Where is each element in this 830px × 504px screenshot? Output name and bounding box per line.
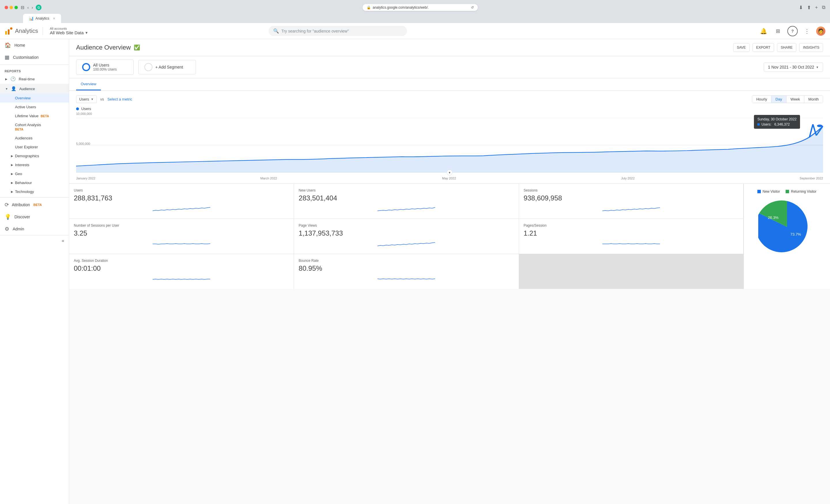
select-metric-btn[interactable]: Select a metric [107,97,132,101]
sidebar-sub-cohort[interactable]: Cohort Analysis BETA [0,121,69,134]
verified-check-icon: ✅ [134,44,140,51]
attribution-icon: ⟳ [5,202,9,208]
sidebar-sub-active-users[interactable]: Active Users [0,103,69,111]
topbar-actions: 🔔 ⊞ ? ⋮ 🧑 [759,26,825,36]
breadcrumb-all-accounts: All accounts [50,27,88,30]
main-chart-svg [76,118,823,172]
metric-sessions-label: Sessions [524,188,739,192]
date-range-picker[interactable]: 1 Nov 2021 - 30 Oct 2022 ▼ [764,63,823,72]
sidebar-collapse-interests[interactable]: ▶ Interests [0,160,69,169]
sidebar-sub-overview[interactable]: Overview [0,94,69,103]
property-dropdown-icon: ▼ [85,31,88,35]
page-header: Audience Overview ✅ SAVE EXPORT SHARE IN… [69,39,830,56]
segment1-circle [82,63,90,71]
avatar[interactable]: 🧑 [816,27,825,36]
segment1-pct: 100.00% Users [93,67,117,71]
sidebar-sub-user-explorer[interactable]: User Explorer [0,142,69,152]
sparkline-page-views [298,240,514,248]
metric-as-label: Avg. Session Duration [74,259,289,263]
sidebar-item-customisation[interactable]: ▦ Customisation [0,51,69,63]
download-icon[interactable]: ⬇ [799,5,803,11]
pie-new-pct-label: 73.7% [790,232,801,236]
chart-expand-btn[interactable]: ▼ [447,170,452,175]
grid-icon[interactable]: ⊞ [773,26,783,36]
bell-icon[interactable]: 🔔 [759,26,769,36]
chevron-geo-icon: ▶ [11,172,13,175]
address-bar[interactable]: 🔒 analytics.google.com/analytics/web/. ↺ [362,4,478,11]
svg-rect-0 [5,31,7,35]
refresh-icon[interactable]: ↺ [471,5,474,9]
legend-dot-users [76,107,79,110]
sparkline-users [74,204,289,213]
sidebar-sub-audiences[interactable]: Audiences [0,134,69,142]
time-btn-week[interactable]: Week [787,96,804,103]
metric-card-new-users: New Users 283,501,404 [294,184,518,219]
sidebar-collapse-technology[interactable]: ▶ Technology [0,187,69,196]
tooltip-metric-value: 6,346,372 [774,123,790,127]
svg-point-6 [817,125,823,127]
help-icon[interactable]: ? [787,26,798,36]
tab-favicon: 📊 [29,16,34,21]
sidebar-collapse-geo[interactable]: ▶ Geo [0,169,69,178]
tab-overview[interactable]: Overview [76,78,101,91]
page-title-area: Audience Overview ✅ [76,44,140,51]
date-range-text: 1 Nov 2021 - 30 Oct 2022 [768,65,814,69]
metrics-grid: Users 288,831,763 New Users 283,501,404 [69,184,743,289]
metric-card-sessions: Sessions 938,609,958 [519,184,743,219]
metric-pv-label: Page Views [298,224,514,228]
segments-bar: All Users 100.00% Users + Add Segment 1 … [69,56,830,78]
sparkline-new-users [298,204,514,213]
sidebar-sub-lifetime-value[interactable]: Lifetime Value BETA [0,111,69,121]
sidebar-collapse-behaviour[interactable]: ▶ Behaviour [0,178,69,187]
metric-ps-value: 1.21 [524,229,739,237]
cohort-beta-badge: BETA [15,128,23,131]
metric-new-users-label: New Users [298,188,514,192]
sidebar-toggle-btn[interactable]: ⊟ [21,5,25,10]
main-layout: 🏠 Home ▦ Customisation REPORTS ▶ 🕐 Real-… [0,39,830,504]
time-btn-hourly[interactable]: Hourly [752,96,771,103]
metrics-grid-wrapper: Users 288,831,763 New Users 283,501,404 [69,184,743,289]
sparkline-pages-session [524,240,739,248]
url-text: analytics.google.com/analytics/web/. [373,5,428,9]
sidebar-item-audience[interactable]: ▼ 👤 Audience [0,84,69,94]
active-tab[interactable]: 📊 Analytics ✕ [23,14,61,23]
metric-dropdown[interactable]: Users ▼ [76,95,97,103]
metric-card-bounce-rate: Bounce Rate 80.95% [294,254,518,289]
metric-br-value: 80.95% [298,264,514,272]
metric-pv-value: 1,137,953,733 [298,229,514,237]
metric-users-label: Users [74,188,289,192]
segment1-pill[interactable]: All Users 100.00% Users [76,60,134,75]
geo-label: Geo [15,172,22,176]
metric-selector: Users ▼ vs Select a metric [76,95,132,103]
metric-card-pages-session: Pages/Session 1.21 [519,219,743,254]
add-segment-circle [145,63,153,71]
more-icon[interactable]: ⋮ [802,26,812,36]
back-btn[interactable]: ‹ [27,5,29,10]
add-segment-pill[interactable]: + Add Segment [138,60,196,74]
returning-visitor-label: Returning Visitor [791,190,817,194]
tab-close-icon[interactable]: ✕ [53,17,55,21]
sidebar-item-realtime[interactable]: ▶ 🕐 Real-time [0,74,69,84]
sidebar-item-admin[interactable]: ⚙ Admin [0,223,69,235]
audience-icon: 👤 [11,86,17,91]
windows-icon[interactable]: ⧉ [822,5,825,11]
sidebar-collapse-btn[interactable]: « [0,235,69,246]
sidebar-item-attribution[interactable]: ⟳ Attribution BETA [0,199,69,211]
time-btn-month[interactable]: Month [804,96,823,103]
share-button[interactable]: SHARE [777,43,796,52]
save-button[interactable]: SAVE [733,43,749,52]
collapse-icon: « [62,238,64,243]
property-selector[interactable]: All accounts All Web Site Data ▼ [47,26,91,36]
sidebar-divider2 [0,197,69,198]
sidebar-collapse-demographics[interactable]: ▶ Demographics [0,152,69,160]
forward-btn[interactable]: › [32,5,33,10]
sidebar-item-discover[interactable]: 💡 Discover [0,211,69,223]
sidebar-item-home[interactable]: 🏠 Home [0,39,69,51]
export-button[interactable]: EXPORT [753,43,774,52]
new-visitor-label: New Visitor [763,190,780,194]
new-tab-icon[interactable]: + [815,5,818,11]
time-btn-day[interactable]: Day [771,96,787,103]
upload-icon[interactable]: ⬆ [807,5,811,11]
insights-button[interactable]: INSIGHTS [799,43,823,52]
search-bar[interactable]: 🔍 Try searching for "audience overview" [268,26,407,36]
